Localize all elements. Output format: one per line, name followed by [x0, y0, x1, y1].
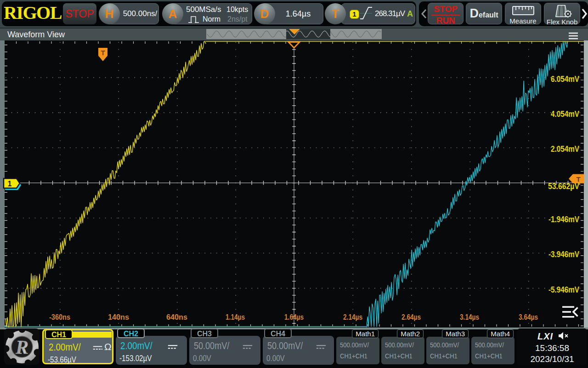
svg-text:-1.946mV: -1.946mV — [548, 214, 579, 224]
svg-text:-3.946mV: -3.946mV — [548, 249, 579, 259]
svg-text:4.054mV: 4.054mV — [551, 109, 579, 119]
svg-text:2.14µs: 2.14µs — [343, 313, 362, 322]
svg-text:6.054mV: 6.054mV — [551, 74, 579, 84]
svg-text:140ns: 140ns — [108, 313, 129, 322]
svg-text:2.64µs: 2.64µs — [401, 313, 421, 322]
svg-text:3.64µs: 3.64µs — [519, 313, 538, 322]
svg-text:53.662µV: 53.662µV — [548, 181, 579, 191]
svg-text:1.64µs: 1.64µs — [284, 313, 304, 322]
svg-text:1.14µs: 1.14µs — [226, 313, 245, 322]
svg-text:2.054mV: 2.054mV — [551, 144, 579, 154]
svg-text:3.14µs: 3.14µs — [460, 313, 479, 322]
svg-text:R: R — [15, 337, 28, 358]
svg-text:-360ns: -360ns — [49, 313, 70, 322]
svg-text:-5.946mV: -5.946mV — [548, 285, 579, 294]
svg-text:T: T — [101, 49, 105, 57]
svg-text:1: 1 — [8, 180, 12, 188]
svg-text:640ns: 640ns — [166, 313, 187, 322]
